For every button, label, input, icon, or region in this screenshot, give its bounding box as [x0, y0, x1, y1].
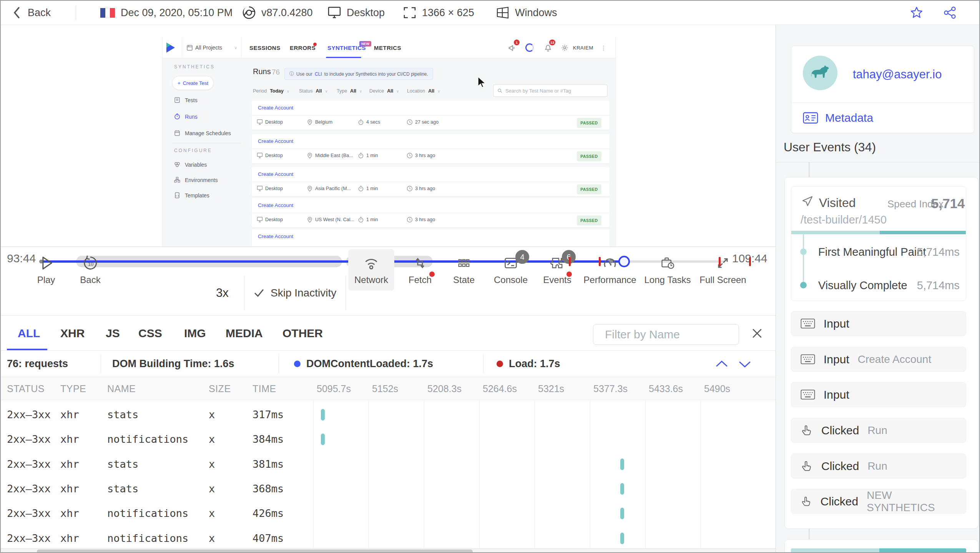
- back-button[interactable]: Back: [12, 1, 51, 25]
- divider: [101, 354, 101, 373]
- network-tab-media[interactable]: MEDIA: [226, 316, 263, 351]
- close-panel-button[interactable]: [751, 327, 763, 339]
- request-status: 2xx–3xx: [7, 427, 51, 452]
- run-location-icon: [307, 217, 313, 223]
- run-duration-icon: [358, 119, 364, 125]
- favorite-button[interactable]: [910, 1, 923, 25]
- resolution-info: 1366 × 625: [403, 1, 474, 25]
- info-icon: ⓘ: [289, 71, 294, 77]
- error-event-mark[interactable]: [599, 257, 601, 266]
- play-button[interactable]: Play: [23, 249, 69, 291]
- error-event-mark[interactable]: [749, 257, 751, 266]
- recorded-run-card: Create Account: [252, 229, 610, 247]
- network-request-row[interactable]: 2xx–3xxxhrnotificationsx384ms: [1, 427, 776, 452]
- request-timing-bar: [620, 508, 624, 519]
- active-tab-underline: [326, 57, 361, 58]
- column-header-time: TIME: [252, 377, 276, 400]
- panel-button-state[interactable]: State: [441, 249, 487, 291]
- event-type: Clicked: [821, 460, 859, 473]
- jump-previous-button[interactable]: [714, 358, 730, 371]
- state-icon: [456, 255, 472, 271]
- keyboard-icon: [801, 354, 815, 364]
- event-type: Input: [824, 317, 849, 330]
- recorded-runs-title: Runs: [253, 67, 271, 76]
- announcements-icon: [508, 44, 516, 52]
- error-event-mark[interactable]: [569, 257, 571, 266]
- network-tab-all[interactable]: ALL: [18, 316, 40, 351]
- run-device-icon: [257, 152, 263, 159]
- network-tab-xhr[interactable]: XHR: [60, 316, 85, 351]
- user-events-sidebar: tahay@asayer.io Metadata User Events (34…: [776, 25, 980, 553]
- divider: [776, 162, 980, 162]
- device-info: Desktop: [327, 1, 385, 25]
- back-10s-button[interactable]: 10 Back: [67, 249, 113, 291]
- event-connector-line: [809, 529, 810, 539]
- network-request-row[interactable]: 2xx–3xxxhrstatsx317ms: [1, 402, 776, 427]
- recorded-tab-synthetics: SYNTHETICS: [327, 37, 366, 58]
- run-location-icon: [307, 152, 313, 159]
- speed-toggle[interactable]: 3x: [216, 270, 229, 316]
- fmp-label: First Meaningful Paint: [818, 246, 926, 258]
- visually-complete-value: 5,714ms: [917, 279, 960, 292]
- request-name: stats: [107, 452, 138, 477]
- scrollbar-thumb[interactable]: [37, 550, 473, 553]
- panel-button-long-tasks[interactable]: Long Tasks: [644, 249, 691, 291]
- id-card-icon: [803, 112, 818, 124]
- visited-event-card[interactable]: Visited Speed Index 5,714 /test-builder/…: [784, 177, 978, 529]
- environments-icon: [174, 177, 180, 183]
- network-request-row[interactable]: 2xx–3xxxhrstatsx381ms: [1, 452, 776, 477]
- network-request-row[interactable]: 2xx–3xxxhrstatsx368ms: [1, 477, 776, 501]
- network-tabs-bar: ALLXHRJSCSSIMGMEDIAOTHER: [1, 316, 776, 351]
- divider: [244, 276, 244, 310]
- mouse-cursor-icon: [477, 76, 486, 89]
- asayer-logo-icon: [166, 42, 176, 53]
- network-tab-css[interactable]: CSS: [138, 316, 162, 351]
- metadata-button[interactable]: Metadata: [803, 109, 873, 127]
- requests-count: 76: requests: [7, 351, 68, 377]
- panel-button-console[interactable]: Console4: [488, 249, 534, 291]
- time-tick: 5208.3s: [427, 377, 462, 400]
- input-event-item[interactable]: Input: [791, 311, 966, 336]
- panel-button-full-screen[interactable]: Full Screen: [700, 249, 746, 291]
- timeline-playhead[interactable]: [618, 256, 630, 267]
- network-tab-other[interactable]: OTHER: [282, 316, 323, 351]
- recorded-filter-period: PeriodToday∨: [253, 88, 289, 94]
- recorded-cli-banner: ⓘ Use our CLI to include your Synthetics…: [284, 68, 433, 80]
- error-event-mark[interactable]: [719, 257, 721, 266]
- panel-button-network[interactable]: Network: [348, 249, 394, 291]
- recorded-tab-sessions: SESSIONS: [249, 37, 281, 58]
- windows-icon: [496, 6, 510, 20]
- event-connector-line: [809, 162, 810, 177]
- visited-url: /test-builder/1450: [801, 214, 887, 226]
- click-hand-icon: [801, 495, 812, 508]
- panel-button-performance[interactable]: Performance: [587, 249, 633, 291]
- horizontal-scrollbar[interactable]: [1, 548, 776, 553]
- paint-progress-bar-dark: [880, 231, 966, 234]
- panel-button-events[interactable]: Events6: [534, 249, 580, 291]
- request-time: 384ms: [252, 427, 284, 452]
- network-tab-js[interactable]: JS: [106, 316, 120, 351]
- user-email-link[interactable]: tahay@asayer.io: [853, 68, 942, 81]
- recorded-filter-status: StatusAll∨: [299, 88, 328, 94]
- recorded-filter-device: DeviceAll∨: [369, 88, 399, 94]
- check-icon: [254, 288, 264, 298]
- network-request-row[interactable]: 2xx–3xxxhrnotificationsx407ms: [1, 526, 776, 549]
- clicked-event-item[interactable]: ClickedRun: [791, 418, 966, 443]
- clicked-event-item[interactable]: ClickedNEW SYNTHETICS: [791, 489, 966, 514]
- input-event-item[interactable]: Input: [791, 382, 966, 407]
- run-device-icon: [257, 119, 263, 125]
- input-event-item[interactable]: InputCreate Account: [791, 347, 966, 372]
- share-button[interactable]: [943, 1, 957, 25]
- request-timing-bar: [620, 483, 624, 495]
- browser-info: v87.0.4280: [242, 1, 313, 25]
- network-tab-img[interactable]: IMG: [184, 316, 206, 351]
- network-filter-input[interactable]: [605, 328, 753, 341]
- recorded-run-name: Create Account: [258, 202, 293, 208]
- skip-inactivity-toggle[interactable]: Skip Inactivity: [254, 270, 336, 316]
- run-device: Desktop: [257, 217, 283, 223]
- network-request-row[interactable]: 2xx–3xxxhrnotificationsx426ms: [1, 501, 776, 526]
- run-status-badge: PASSED: [577, 215, 601, 225]
- panel-button-fetch[interactable]: Fetch: [397, 249, 443, 291]
- jump-next-button[interactable]: [737, 358, 753, 371]
- clicked-event-item[interactable]: ClickedRun: [791, 454, 966, 478]
